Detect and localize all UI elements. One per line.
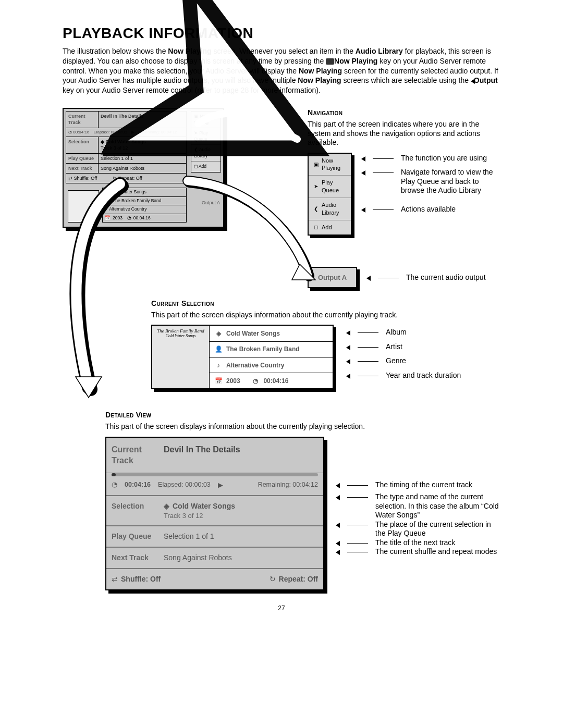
leader-line	[358, 356, 378, 362]
mini-d-dur: 00:04:16	[133, 215, 151, 221]
leader-line	[347, 538, 368, 544]
leader-arrow-icon	[361, 207, 365, 213]
detail-annotation: The place of the current selection in th…	[375, 520, 500, 538]
leader-arrow-icon	[361, 156, 365, 162]
detailed-view-heading: Detailed View	[105, 410, 500, 420]
leader-line	[347, 492, 368, 498]
mini-current-label: Current Track	[68, 114, 85, 125]
output-chip: Output A	[308, 267, 357, 289]
page-number: 27	[63, 604, 500, 612]
progress-bar	[112, 473, 318, 476]
sel-artist: The Broken Family Band	[226, 345, 300, 353]
intro-bold: Now Playing	[168, 47, 211, 55]
repeat-icon: ↻	[270, 574, 276, 584]
intro-text: The illustration below shows the	[63, 47, 168, 55]
shuffle-icon: ⇄	[112, 574, 118, 584]
detail-sel-value: Cold Water Songs	[173, 501, 235, 511]
play-queue-icon: ➤	[313, 183, 319, 190]
album-icon: ◈	[164, 501, 169, 511]
add-icon: ◻	[313, 224, 319, 231]
sel-annotation: Album	[386, 328, 461, 337]
mini-pq-label: Play Queue	[66, 154, 99, 163]
leader-arrow-icon	[336, 483, 340, 488]
current-selection-heading: Current Selection	[151, 299, 500, 309]
mini-next-value: Song Against Robots	[99, 164, 186, 173]
leader-arrow-icon	[346, 374, 350, 379]
navigation-heading: Navigation	[308, 108, 500, 118]
sel-year: 2003	[226, 377, 240, 385]
nav-item-label: Now	[322, 157, 333, 164]
intro-bold: Output	[474, 76, 498, 84]
album-icon: ◈	[215, 329, 222, 338]
leader-arrow-icon	[336, 541, 340, 546]
sel-annotation: Artist	[386, 342, 461, 352]
detail-remaining: Remaining: 00:04:12	[258, 480, 318, 489]
leader-arrow-icon	[366, 276, 371, 281]
nav-annotation: Navigate forward to view the Play Queue …	[401, 168, 500, 195]
mini-d-album: Cold Water Songs	[111, 189, 146, 195]
mini-d-genre: Alternative Country	[109, 206, 146, 212]
play-icon: ▶	[218, 480, 223, 490]
leader-arrow-icon	[346, 359, 350, 364]
mini-shuffle: Shuffle: Off	[74, 176, 97, 181]
now-playing-miniature: Current Track Devil In The Details ◔ 00:…	[63, 108, 224, 228]
detail-current-label: Current Track	[106, 438, 158, 473]
genre-icon: ♪	[215, 361, 222, 369]
mini-total: 00:04:16	[73, 130, 89, 134]
mini-sel-label: Selection	[66, 137, 99, 153]
output-annotation: The current audio output	[406, 273, 486, 282]
duration-icon: ◔	[252, 377, 259, 385]
nav-annotation: The function you are using	[401, 154, 500, 163]
leader-line	[358, 342, 378, 348]
intro-bold: Audio Library	[356, 47, 403, 55]
detail-sel-sub: Track 3 of 12	[164, 511, 318, 521]
mini-d-artist: The Broken Family Band	[113, 198, 162, 204]
detail-current-value: Devil In The Details	[158, 438, 323, 473]
intro-text: screens which are selectable using the	[341, 76, 471, 84]
nav-item-label: Add	[322, 224, 332, 231]
intro-bold: Now Playing	[334, 57, 377, 65]
mini-remaining: Remaining: 00:04:12	[139, 130, 177, 135]
leader-line	[347, 547, 368, 552]
sel-annotation: Year and track duration	[386, 371, 461, 380]
nav-item-label: Audio	[322, 202, 336, 208]
mini-sidebar: ▣ NowPlaying ➤ PlayQueue ❮ AudioLibrary …	[191, 111, 221, 172]
mini-sel-track: Track 3 of 12	[101, 145, 184, 151]
leader-line	[358, 371, 378, 376]
nav-item-label: Playing	[322, 165, 340, 171]
detail-pq-value: Selection 1 of 1	[158, 526, 323, 547]
intro-paragraph: The illustration below shows the Now Pla…	[63, 46, 500, 95]
now-playing-icon: ▣	[313, 161, 319, 168]
selection-panel: The Broken Family Band Cold Water Songs …	[151, 325, 334, 389]
nav-item-label: Library	[322, 209, 339, 216]
leader-line	[373, 205, 394, 210]
leader-line	[373, 168, 394, 173]
mini-repeat: Repeat: Off	[118, 176, 142, 181]
mini-pq-value: Selection 1 of 1	[99, 154, 186, 163]
leader-arrow-icon	[346, 345, 350, 350]
mini-d-year: 2003	[113, 215, 123, 221]
detailed-panel: Current Track Devil In The Details ◔ 00:…	[105, 437, 324, 590]
sel-genre: Alternative Country	[226, 361, 284, 369]
detail-pq-label: Play Queue	[106, 526, 158, 547]
mini-detail-rows: ◈ Cold Water Songs 👤 The Broken Family B…	[102, 188, 187, 223]
nav-annotation: Actions available	[401, 205, 500, 214]
album-art: The Broken Family Band Cold Water Songs	[152, 326, 210, 388]
year-icon: 📅	[215, 377, 222, 385]
sel-duration: 00:04:16	[263, 377, 288, 385]
detail-next-value: Song Against Robots	[158, 548, 323, 568]
detail-shuffle: Shuffle: Off	[121, 574, 161, 584]
intro-text: screen. Whenever you select an item in t…	[212, 47, 356, 55]
nav-item-label: Play	[322, 179, 333, 186]
mini-output: Output A	[202, 200, 220, 206]
page-title: PLAYBACK INFORMATION	[63, 23, 500, 43]
navigation-desc: This part of the screen indicates where …	[308, 120, 500, 147]
mini-album-art	[68, 190, 99, 223]
current-selection-desc: This part of the screen displays informa…	[151, 311, 500, 320]
leader-line	[347, 520, 368, 525]
intro-bold: Now Playing	[298, 76, 341, 84]
nav-panel-callout: ▣NowPlaying ➤PlayQueue ❮AudioLibrary ◻Ad…	[308, 153, 352, 236]
detail-sel-label: Selection	[106, 496, 158, 525]
intro-bold: Now Playing	[299, 67, 342, 75]
sel-annotation: Genre	[386, 356, 461, 366]
